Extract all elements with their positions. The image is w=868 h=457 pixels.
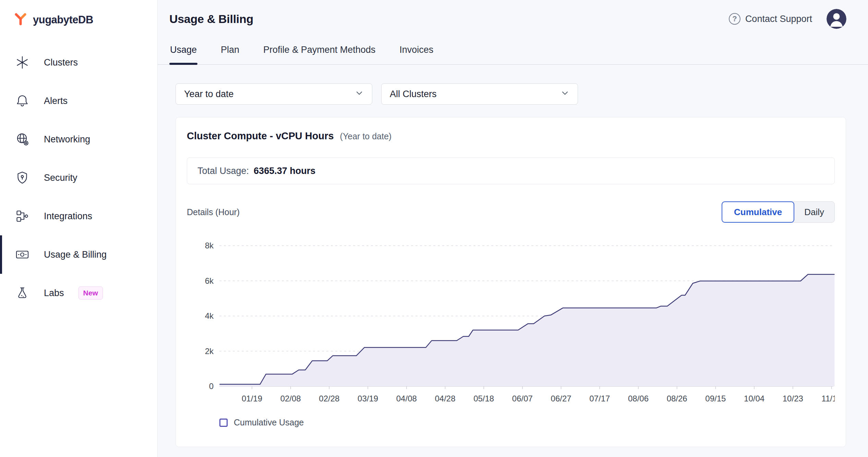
y-tick-label: 6k xyxy=(205,276,214,285)
networking-icon xyxy=(14,131,30,147)
x-tick-label: 02/28 xyxy=(319,394,339,403)
topbar-actions: ? Contact Support xyxy=(729,9,846,29)
period-select[interactable]: Year to date xyxy=(176,83,372,105)
daily-toggle-button[interactable]: Daily xyxy=(791,201,835,223)
filters-row: Year to date All Clusters xyxy=(176,83,846,105)
x-tick-label: 06/27 xyxy=(551,394,571,403)
sidebar: yugabyteDB Clusters xyxy=(0,0,158,457)
page-title: Usage & Billing xyxy=(169,12,253,26)
billing-icon xyxy=(14,247,30,262)
user-avatar[interactable] xyxy=(827,9,846,29)
usage-card-title: Cluster Compute - vCPU Hours xyxy=(187,130,334,142)
contact-support-label: Contact Support xyxy=(745,14,812,24)
x-tick-label: 10/23 xyxy=(783,394,803,403)
x-tick-label: 04/08 xyxy=(396,394,417,403)
chevron-down-icon xyxy=(355,89,364,100)
x-tick-label: 08/06 xyxy=(628,394,649,403)
sidebar-item-security[interactable]: Security xyxy=(0,159,157,197)
y-tick-label: 8k xyxy=(205,241,214,250)
main-area: Usage & Billing ? Contact Support Usage … xyxy=(158,0,868,457)
sidebar-item-label: Networking xyxy=(44,134,90,145)
total-usage-box: Total Usage: 6365.37 hours xyxy=(187,157,835,184)
total-usage-label: Total Usage: xyxy=(197,166,249,176)
usage-chart-svg: 02k4k6k8k01/1902/0802/2803/1904/0804/280… xyxy=(187,231,835,413)
x-tick-label: 04/28 xyxy=(435,394,455,403)
security-icon xyxy=(14,170,30,186)
y-tick-label: 2k xyxy=(205,347,214,356)
tab-plan[interactable]: Plan xyxy=(220,40,240,64)
legend-label: Cumulative Usage xyxy=(234,418,304,427)
y-tick-label: 4k xyxy=(205,311,214,320)
x-tick-label: 02/08 xyxy=(280,394,301,403)
sidebar-item-labs[interactable]: Labs New xyxy=(0,274,157,312)
x-tick-label: 07/17 xyxy=(589,394,610,403)
page-content: Year to date All Clusters Cluster Comput… xyxy=(158,65,868,447)
sidebar-item-usage-billing[interactable]: Usage & Billing xyxy=(0,235,157,274)
sidebar-nav: Clusters Alerts xyxy=(0,43,157,312)
view-toggle: Cumulative Daily xyxy=(722,201,835,223)
legend-checkbox-icon xyxy=(219,419,228,427)
sidebar-item-label: Clusters xyxy=(44,57,78,68)
x-tick-label: 01/19 xyxy=(242,394,262,403)
integrations-icon xyxy=(14,208,30,224)
yugabytedb-logo-icon xyxy=(13,12,28,28)
sidebar-item-label: Integrations xyxy=(44,211,92,222)
tab-usage[interactable]: Usage xyxy=(169,40,197,64)
sidebar-item-networking[interactable]: Networking xyxy=(0,120,157,159)
sidebar-item-clusters[interactable]: Clusters xyxy=(0,43,157,82)
period-select-value: Year to date xyxy=(184,89,234,99)
series-area xyxy=(219,274,834,386)
sidebar-item-label: Security xyxy=(44,173,77,183)
labs-icon xyxy=(14,285,30,301)
brand-name: yugabyteDB xyxy=(33,14,93,26)
details-row: Details (Hour) Cumulative Daily xyxy=(187,201,835,223)
cluster-select-value: All Clusters xyxy=(390,89,437,99)
app-root: yugabyteDB Clusters xyxy=(0,0,868,457)
details-label: Details (Hour) xyxy=(187,207,240,217)
cumulative-toggle-button[interactable]: Cumulative xyxy=(722,201,794,223)
x-tick-label: 10/04 xyxy=(744,394,764,403)
x-tick-label: 05/18 xyxy=(473,394,494,403)
sidebar-item-label: Usage & Billing xyxy=(44,249,107,260)
cluster-select[interactable]: All Clusters xyxy=(381,83,578,105)
topbar: Usage & Billing ? Contact Support xyxy=(158,0,868,29)
labs-new-badge: New xyxy=(79,286,103,300)
x-tick-label: 03/19 xyxy=(358,394,378,403)
alerts-icon xyxy=(14,93,30,109)
tab-profile-payment[interactable]: Profile & Payment Methods xyxy=(263,40,376,64)
sidebar-item-alerts[interactable]: Alerts xyxy=(0,82,157,120)
usage-card: Cluster Compute - vCPU Hours (Year to da… xyxy=(176,117,846,447)
brand-logo[interactable]: yugabyteDB xyxy=(0,0,157,28)
x-tick-label: 11/13 xyxy=(821,394,835,403)
sidebar-item-label: Labs xyxy=(44,288,64,298)
chevron-down-icon xyxy=(560,89,569,100)
usage-card-header: Cluster Compute - vCPU Hours (Year to da… xyxy=(187,130,835,142)
tab-invoices[interactable]: Invoices xyxy=(399,40,434,64)
help-icon: ? xyxy=(729,13,740,25)
total-usage-value: 6365.37 hours xyxy=(254,166,315,176)
clusters-icon xyxy=(14,55,30,70)
sidebar-item-integrations[interactable]: Integrations xyxy=(0,197,157,235)
x-tick-label: 06/07 xyxy=(512,394,533,403)
sidebar-item-label: Alerts xyxy=(44,96,68,106)
tab-bar: Usage Plan Profile & Payment Methods Inv… xyxy=(158,40,868,65)
chart-legend[interactable]: Cumulative Usage xyxy=(219,418,835,427)
x-tick-label: 08/26 xyxy=(667,394,687,403)
contact-support-button[interactable]: ? Contact Support xyxy=(729,13,812,25)
y-tick-label: 0 xyxy=(209,382,214,391)
usage-card-subtitle: (Year to date) xyxy=(340,131,392,141)
x-tick-label: 09/15 xyxy=(705,394,726,403)
